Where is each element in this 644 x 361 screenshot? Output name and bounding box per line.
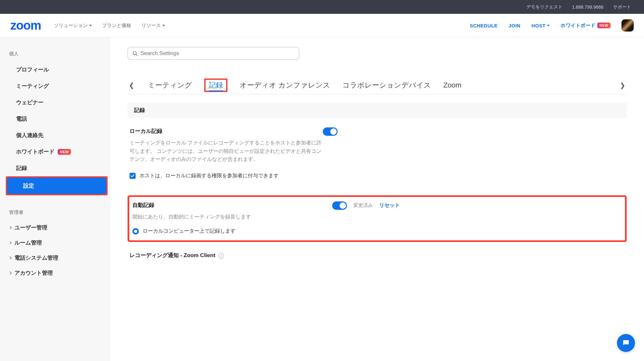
setting-local-recording: ローカル記録 ミーティングをローカル ファイルにレコーディングすることをホストと… bbox=[128, 118, 627, 189]
radio-icon bbox=[132, 228, 139, 235]
chevron-right-icon bbox=[9, 256, 12, 260]
header: zoom ソリューション プランと価格 リソース SCHEDULE JOIN H… bbox=[0, 14, 644, 37]
highlight-tab-recording: 記録 bbox=[204, 79, 227, 92]
sidebar-item-recording[interactable]: 記録 bbox=[0, 160, 110, 176]
chevron-right-icon bbox=[9, 226, 12, 229]
join-link[interactable]: JOIN bbox=[509, 23, 521, 28]
tab-audio[interactable]: オーディオ カンファレンス bbox=[240, 77, 330, 93]
chevron-right-icon bbox=[9, 241, 12, 245]
logo[interactable]: zoom bbox=[10, 19, 41, 32]
topbar-support-link[interactable]: サポート bbox=[613, 4, 631, 10]
sidebar-admin-account-label: アカウント管理 bbox=[14, 269, 53, 277]
auto-recording-radio-label: ローカルコンピューター上で記録します bbox=[143, 228, 235, 235]
avatar[interactable] bbox=[621, 19, 634, 32]
header-nav-right: SCHEDULE JOIN HOST ホワイトボードNEW bbox=[470, 19, 634, 32]
svg-line-1 bbox=[136, 54, 137, 55]
sidebar-admin-label: 管理者 bbox=[0, 205, 110, 220]
sidebar-item-contacts[interactable]: 個人連絡先 bbox=[0, 127, 110, 143]
search-input[interactable] bbox=[140, 50, 294, 57]
search-icon bbox=[132, 51, 138, 56]
sidebar-admin-phone[interactable]: 電話システム管理 bbox=[0, 250, 110, 265]
auto-recording-toggle[interactable] bbox=[332, 201, 347, 210]
sidebar-admin-account[interactable]: アカウント管理 bbox=[0, 265, 110, 281]
info-icon[interactable]: i bbox=[218, 253, 224, 259]
checkbox-icon bbox=[130, 173, 136, 179]
new-badge: NEW bbox=[597, 23, 610, 28]
nav-plans[interactable]: プランと価格 bbox=[102, 23, 131, 29]
auto-recording-radio-row[interactable]: ローカルコンピューター上で記録します bbox=[132, 228, 622, 235]
auto-recording-desc: 開始にあたり、自動的にミーティングを録音します bbox=[132, 213, 326, 221]
auto-recording-title: 自動記録 bbox=[132, 201, 326, 209]
sidebar-item-settings[interactable]: 設定 bbox=[7, 178, 106, 194]
local-recording-checkbox-label: ホストは、ローカルに録画する権限を参加者に付与できます bbox=[139, 172, 279, 179]
header-nav-left: ソリューション プランと価格 リソース bbox=[54, 23, 165, 29]
highlight-settings: 設定 bbox=[6, 176, 108, 195]
schedule-link[interactable]: SCHEDULE bbox=[470, 23, 498, 28]
local-recording-toggle[interactable] bbox=[323, 127, 338, 136]
sidebar-whiteboard-label: ホワイトボード bbox=[16, 148, 54, 155]
sidebar-admin-users[interactable]: ユーザー管理 bbox=[0, 220, 110, 235]
sidebar-item-webinar[interactable]: ウェビナー bbox=[0, 94, 110, 111]
auto-recording-status: 変更済み bbox=[353, 202, 373, 208]
sidebar-admin-rooms-label: ルーム管理 bbox=[14, 239, 42, 246]
nav-resources[interactable]: リソース bbox=[141, 23, 165, 29]
search-box[interactable] bbox=[128, 47, 299, 60]
whiteboard-link[interactable]: ホワイトボードNEW bbox=[561, 23, 610, 29]
nav-solutions[interactable]: ソリューション bbox=[54, 23, 92, 29]
chevron-right-icon bbox=[9, 272, 12, 275]
sidebar: 個人 プロフィール ミーティング ウェビナー 電話 個人連絡先 ホワイトボードN… bbox=[0, 37, 110, 361]
rec-notify-title-text: レコーディング通知 - Zoom Client bbox=[130, 252, 215, 258]
tab-recording[interactable]: 記録 bbox=[209, 80, 223, 91]
chat-icon bbox=[622, 339, 630, 347]
sidebar-admin-phone-label: 電話システム管理 bbox=[14, 254, 58, 262]
local-recording-desc: ミーティングをローカル ファイルにレコーディングすることをホストと参加者に許可し… bbox=[130, 139, 323, 163]
tab-scroll-right[interactable]: ❯ bbox=[619, 79, 627, 92]
nav-solutions-label: ソリューション bbox=[54, 23, 88, 29]
local-recording-title: ローカル記録 bbox=[130, 127, 323, 135]
rec-notify-title: レコーディング通知 - Zoom Client i bbox=[130, 252, 625, 259]
sidebar-item-profile[interactable]: プロフィール bbox=[0, 61, 110, 78]
section-header-recording: 記録 bbox=[128, 103, 627, 118]
sidebar-admin-users-label: ユーザー管理 bbox=[14, 224, 47, 231]
highlight-auto-recording: 自動記録 開始にあたり、自動的にミーティングを録音します 変更済み リセット ロ… bbox=[128, 195, 627, 242]
tab-zoom[interactable]: Zoom bbox=[443, 78, 461, 93]
topbar: デモをリクエスト 1.888.799.9666 サポート bbox=[0, 0, 644, 14]
chevron-down-icon bbox=[89, 25, 92, 26]
sidebar-item-meeting[interactable]: ミーティング bbox=[0, 78, 110, 94]
chat-bubble-button[interactable] bbox=[617, 334, 635, 352]
tab-meeting[interactable]: ミーティング bbox=[148, 77, 192, 93]
sidebar-admin-rooms[interactable]: ルーム管理 bbox=[0, 235, 110, 250]
topbar-phone[interactable]: 1.888.799.9666 bbox=[572, 5, 603, 10]
chevron-down-icon bbox=[162, 25, 165, 26]
nav-resources-label: リソース bbox=[141, 23, 161, 29]
chevron-down-icon bbox=[547, 25, 550, 26]
tabs-row: ❮ ミーティング 記録 オーディオ カンファレンス コラボレーションデバイス Z… bbox=[128, 77, 627, 94]
host-label: HOST bbox=[532, 23, 546, 28]
local-recording-checkbox-row[interactable]: ホストは、ローカルに録画する権限を参加者に付与できます bbox=[130, 172, 625, 179]
setting-rec-notify: レコーディング通知 - Zoom Client i bbox=[128, 242, 627, 259]
svg-point-0 bbox=[133, 51, 136, 55]
main-content: ❮ ミーティング 記録 オーディオ カンファレンス コラボレーションデバイス Z… bbox=[110, 37, 644, 361]
tab-scroll-left[interactable]: ❮ bbox=[128, 79, 136, 92]
sidebar-personal-label: 個人 bbox=[0, 46, 110, 61]
sidebar-item-whiteboard[interactable]: ホワイトボードNEW bbox=[0, 143, 110, 160]
tab-collab[interactable]: コラボレーションデバイス bbox=[342, 77, 431, 93]
new-badge: NEW bbox=[58, 149, 71, 155]
host-link[interactable]: HOST bbox=[532, 23, 550, 28]
auto-recording-reset[interactable]: リセット bbox=[379, 202, 400, 209]
whiteboard-label: ホワイトボード bbox=[561, 23, 596, 29]
sidebar-item-phone[interactable]: 電話 bbox=[0, 111, 110, 127]
topbar-demo-link[interactable]: デモをリクエスト bbox=[526, 4, 562, 10]
